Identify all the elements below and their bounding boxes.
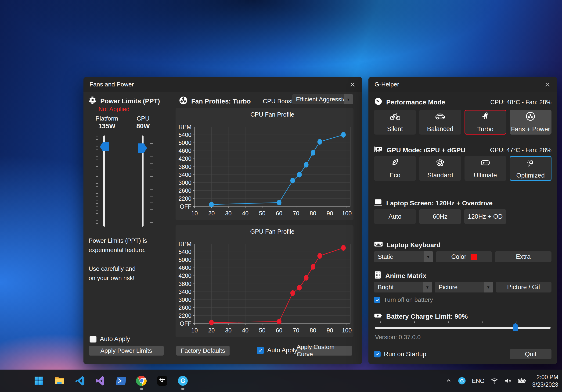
svg-text:CPU Fan Profile: CPU Fan Profile [250, 111, 294, 118]
running-indicator [140, 388, 143, 390]
laptop-screen-heading: Laptop Screen: 120Hz + Overdrive [374, 199, 551, 208]
matrix-picture-gif-button[interactable]: Picture / Gif [496, 282, 551, 292]
svg-text:5000: 5000 [178, 139, 191, 146]
svg-text:3000: 3000 [178, 179, 191, 186]
chevron-up-icon[interactable] [445, 378, 452, 384]
apply-custom-curve-button[interactable]: Apply Custom Curve [297, 346, 352, 356]
svg-text:3400: 3400 [178, 289, 191, 295]
gpu-fan-chart-panel[interactable]: 102030405060708090100OFF2200260030003400… [176, 225, 353, 337]
svg-text:20: 20 [208, 327, 215, 334]
tidal-button[interactable] [156, 373, 168, 389]
fans-window-title: Fans and Power [90, 81, 134, 88]
screen-auto-button[interactable]: Auto [374, 209, 416, 224]
close-icon[interactable] [349, 81, 356, 88]
battery-bolt-icon [374, 313, 383, 320]
powershell-button[interactable] [115, 373, 127, 389]
curve-auto-apply-row: Auto Apply [257, 347, 297, 354]
taskbar: G G ENG 2:00 PM 3/23/2023 [0, 370, 562, 392]
clock[interactable]: 2:00 PM 3/23/2023 [532, 373, 558, 388]
close-icon[interactable] [544, 81, 551, 88]
ghelper-titlebar[interactable]: G-Helper [368, 77, 557, 92]
cpu-fan-chart[interactable]: 102030405060708090100OFF2200260030003400… [176, 108, 353, 220]
battery-charging-icon[interactable] [518, 378, 526, 384]
power-limits-status: Not Applied [98, 106, 129, 113]
matrix-content-dropdown[interactable]: Picture ▾ [435, 282, 493, 292]
startup-row: Run on Startup Quit [374, 349, 551, 359]
tray-date: 3/23/2023 [532, 381, 558, 388]
keyboard-mode-dropdown[interactable]: Static ▾ [374, 251, 433, 262]
keyboard-color-button[interactable]: Color [436, 251, 492, 262]
fan-profiles-heading: Fan Profiles: Turbo [179, 96, 251, 106]
volume-icon[interactable] [504, 378, 512, 384]
chevron-down-icon[interactable]: ▾ [484, 282, 493, 292]
screen-120hz-od-button[interactable]: 120Hz + OD [464, 209, 506, 224]
screen-option-buttons: Auto 60Hz 120Hz + OD [374, 209, 551, 224]
matrix-controls-row: Bright ▾ Picture ▾ Picture / Gif [374, 282, 551, 292]
fan-icon [179, 96, 187, 106]
vscode-button[interactable] [74, 373, 86, 389]
mode-fans-power-button[interactable]: Fans + Power [510, 110, 551, 134]
svg-text:100: 100 [342, 210, 352, 217]
chevron-down-icon[interactable]: ▾ [424, 251, 433, 262]
gpu-optimized-button[interactable]: Optimized [510, 156, 551, 181]
keyboard-extra-button[interactable]: Extra [495, 251, 551, 262]
keyboard-icon [374, 241, 383, 249]
battery-limit-slider[interactable] [375, 321, 550, 332]
gpu-standard-button[interactable]: Standard [419, 156, 461, 181]
apply-power-limits-button[interactable]: Apply Power Limits [89, 346, 164, 356]
battery-slider-thumb[interactable] [513, 323, 518, 331]
cpu-fan-chart-panel[interactable]: 102030405060708090100OFF2200260030003400… [176, 108, 353, 220]
fan-circle-icon [526, 112, 535, 123]
svg-text:40: 40 [242, 327, 248, 334]
cpu-label: CPU [128, 115, 158, 122]
cpu-boost-label: CPU Boost [263, 98, 293, 105]
cpu-boost-dropdown[interactable]: Efficient Aggressive ▾ [292, 94, 353, 104]
svg-text:80: 80 [310, 210, 316, 217]
ghelper-tray-icon[interactable]: G [458, 377, 466, 385]
running-indicator [181, 388, 185, 390]
chevron-down-icon[interactable]: ▾ [423, 282, 432, 292]
laptop-keyboard-heading: Laptop Keyboard [374, 241, 551, 249]
file-explorer-button[interactable] [53, 373, 65, 389]
laptop-icon [374, 199, 383, 208]
factory-defaults-button[interactable]: Factory Defaults [176, 346, 230, 356]
matrix-brightness-dropdown[interactable]: Bright ▾ [374, 282, 432, 292]
mode-silent-button[interactable]: Silent [374, 110, 416, 134]
gpu-fan-chart[interactable]: 102030405060708090100OFF2200260030003400… [176, 225, 353, 337]
svg-text:4600: 4600 [178, 147, 191, 154]
version-link[interactable]: Version: 0.37.0.0 [375, 334, 421, 341]
chrome-button[interactable] [136, 373, 148, 389]
power-auto-apply-checkbox[interactable] [90, 336, 96, 343]
gpu-ultimate-button[interactable]: Ultimate [465, 156, 506, 181]
gpu-eco-button[interactable]: Eco [374, 156, 416, 181]
ghelper-window-title: G-Helper [375, 81, 399, 88]
quit-button[interactable]: Quit [510, 349, 551, 359]
gpu-mode-heading: GPU Mode: iGPU + dGPU GPU: 47°C - Fan: 2… [374, 145, 551, 155]
ghelper-taskbar-button[interactable]: G [177, 373, 189, 389]
svg-text:RPM: RPM [178, 241, 191, 247]
svg-text:90: 90 [327, 327, 333, 334]
svg-text:40: 40 [242, 210, 248, 217]
platform-slider-thumb[interactable] [100, 142, 109, 151]
language-indicator[interactable]: ENG [472, 378, 485, 384]
gpu-card-icon [374, 145, 383, 155]
svg-text:4200: 4200 [178, 155, 191, 162]
taskbar-icons: G [33, 370, 189, 392]
mode-turbo-button[interactable]: Turbo [465, 110, 506, 134]
turn-off-on-battery-checkbox[interactable] [374, 297, 380, 303]
wifi-icon[interactable] [491, 378, 498, 384]
battery-slider-track[interactable] [375, 327, 550, 329]
curve-auto-apply-checkbox[interactable] [257, 347, 264, 354]
mode-balanced-button[interactable]: Balanced [419, 110, 461, 134]
fans-titlebar[interactable]: Fans and Power [83, 77, 362, 92]
chevron-down-icon[interactable]: ▾ [344, 94, 353, 104]
svg-text:2200: 2200 [178, 312, 191, 319]
svg-text:OFF: OFF [180, 320, 191, 327]
svg-text:60: 60 [276, 210, 282, 217]
cpu-slider-thumb[interactable] [138, 144, 147, 153]
run-on-startup-checkbox[interactable] [374, 351, 381, 358]
visual-studio-button[interactable] [94, 373, 107, 389]
screen-60hz-button[interactable]: 60Hz [419, 209, 461, 224]
start-button[interactable] [33, 373, 45, 389]
matrix-icon [374, 271, 382, 280]
